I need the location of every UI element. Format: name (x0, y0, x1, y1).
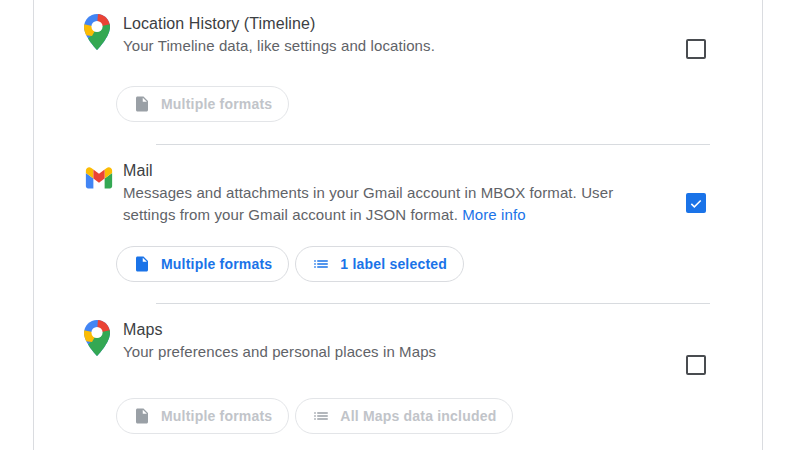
multiple-formats-chip[interactable]: Multiple formats (116, 246, 289, 282)
google-maps-icon (84, 14, 110, 54)
mail-checkbox[interactable] (686, 193, 706, 213)
product-description: Messages and attachments in your Gmail a… (123, 182, 653, 226)
checkmark-icon (688, 195, 704, 211)
gmail-icon (84, 166, 114, 195)
more-info-link[interactable]: More info (462, 206, 525, 223)
file-icon (133, 255, 151, 273)
product-row-location-history: Location History (Timeline) Your Timelin… (34, 0, 762, 145)
product-title: Location History (Timeline) (123, 13, 726, 35)
list-icon (312, 255, 330, 273)
product-row-maps: Maps Your preferences and personal place… (34, 304, 762, 434)
multiple-formats-chip: Multiple formats (116, 398, 289, 434)
labels-selected-chip[interactable]: 1 label selected (295, 246, 464, 282)
maps-checkbox[interactable] (686, 355, 706, 375)
product-title: Mail (123, 160, 726, 182)
file-icon (133, 407, 151, 425)
multiple-formats-chip: Multiple formats (116, 86, 289, 122)
all-maps-data-chip: All Maps data included (295, 398, 513, 434)
product-title: Maps (123, 319, 726, 341)
product-row-mail: Mail Messages and attachments in your Gm… (34, 145, 762, 304)
google-maps-icon (84, 320, 110, 360)
product-description: Your Timeline data, like settings and lo… (123, 35, 653, 57)
file-icon (133, 95, 151, 113)
location-history-checkbox[interactable] (686, 39, 706, 59)
list-icon (312, 407, 330, 425)
product-description: Your preferences and personal places in … (123, 341, 653, 363)
export-products-card: Location History (Timeline) Your Timelin… (33, 0, 763, 450)
